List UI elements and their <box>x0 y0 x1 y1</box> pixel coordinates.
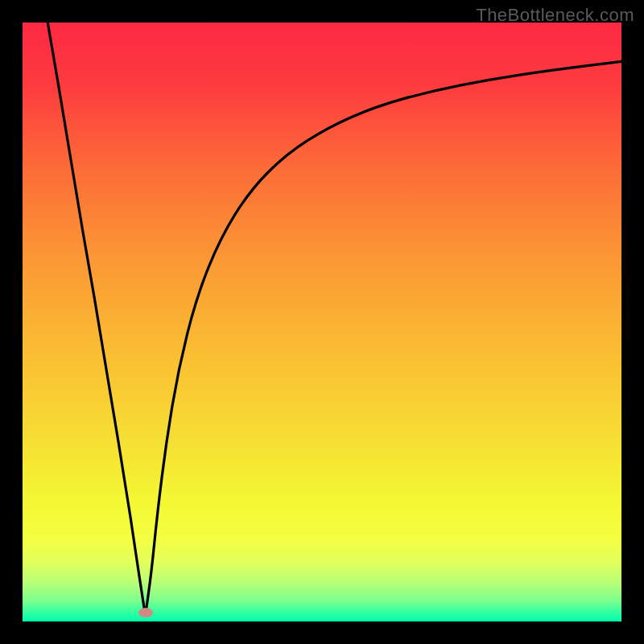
chart-frame: TheBottleneck.com <box>0 0 644 644</box>
optimal-marker <box>138 608 153 617</box>
watermark-text: TheBottleneck.com <box>476 5 634 26</box>
curve-left-branch <box>47 23 145 616</box>
bottleneck-curve <box>23 23 621 621</box>
curve-right-branch <box>146 61 621 615</box>
plot-area <box>23 23 621 621</box>
